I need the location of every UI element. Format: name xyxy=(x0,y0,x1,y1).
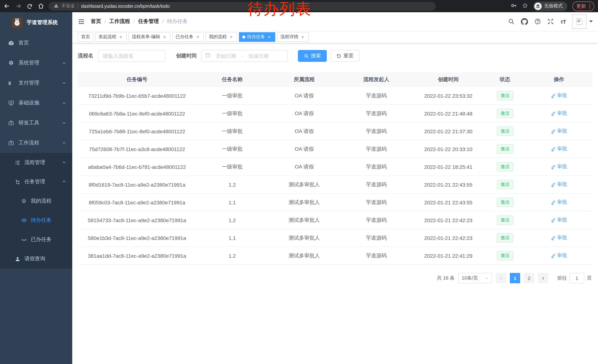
edit-pencil-icon xyxy=(551,200,556,205)
reset-button-label: 重置 xyxy=(343,53,353,59)
approve-link[interactable]: 审批 xyxy=(551,181,567,188)
cell-create-time: 2022-01-22 21:37:30 xyxy=(412,128,484,134)
reload-icon[interactable] xyxy=(27,3,33,9)
tab-start-process[interactable]: 发起流程× xyxy=(95,32,127,42)
close-icon[interactable]: × xyxy=(162,34,167,40)
approve-link[interactable]: 审批 xyxy=(551,128,567,135)
gear-icon xyxy=(8,60,14,66)
breadcrumb-task-mgmt[interactable]: 任务管理 xyxy=(138,18,159,25)
status-badge: 激活 xyxy=(497,145,513,154)
close-icon[interactable]: × xyxy=(118,34,123,40)
navbar: 首页 / 工作流程 / 任务管理 / 待办任务 ᴛT xyxy=(72,12,598,31)
sidebar-item-workflow[interactable]: 工作流程 xyxy=(0,133,72,153)
cell-task-id: 75d72608-7b7f-11ec-a3c8-acde48001122 xyxy=(78,146,196,152)
close-icon[interactable]: × xyxy=(267,34,272,40)
key-icon[interactable] xyxy=(511,2,517,10)
approve-link[interactable]: 审批 xyxy=(551,92,567,99)
cell-starter: 芋道源码 xyxy=(340,181,412,188)
cell-task-name: 1.2 xyxy=(196,217,268,223)
dashboard-icon xyxy=(8,40,14,46)
back-icon[interactable] xyxy=(4,3,10,9)
tab-todo-tasks[interactable]: 待办任务× xyxy=(239,32,275,42)
security-warning-icon[interactable] xyxy=(54,3,58,9)
sidebar-item-label: 研发工具 xyxy=(18,120,62,126)
search-icon[interactable] xyxy=(508,18,515,25)
filter-form: 流程名 创建时间 - 搜索 xyxy=(78,50,592,62)
sidebar-logo[interactable]: 芋道管理系统 xyxy=(0,12,72,33)
fullscreen-icon[interactable] xyxy=(548,18,554,25)
approve-link[interactable]: 审批 xyxy=(551,199,567,206)
github-icon[interactable] xyxy=(521,18,528,25)
search-button[interactable]: 搜索 xyxy=(298,50,327,62)
approve-link[interactable]: 审批 xyxy=(551,110,567,117)
approve-link[interactable]: 审批 xyxy=(551,146,567,152)
sidebar-item-done-tasks[interactable]: 已办任务 xyxy=(0,230,72,249)
breadcrumb-workflow[interactable]: 工作流程 xyxy=(109,18,130,25)
forward-icon[interactable] xyxy=(15,3,22,9)
sidebar-item-payment[interactable]: ¥ 支付管理 xyxy=(0,73,72,93)
sidebar-item-task-mgmt[interactable]: 任务管理 xyxy=(0,172,72,191)
process-name-input[interactable] xyxy=(98,50,166,62)
sidebar-item-home[interactable]: 首页 xyxy=(0,33,72,53)
reset-button[interactable]: 重置 xyxy=(331,50,359,62)
approve-link[interactable]: 审批 xyxy=(551,252,567,259)
sidebar-item-devtools[interactable]: 研发工具 xyxy=(0,113,72,133)
date-range-picker[interactable]: - xyxy=(201,50,288,62)
help-icon[interactable] xyxy=(534,18,541,25)
sidebar-item-label: 任务管理 xyxy=(25,178,62,185)
tab-my-process[interactable]: 我的流程× xyxy=(206,32,237,42)
table-row: 725a1eb6-7b88-11ec-8ef0-acde48001122 一级审… xyxy=(78,122,592,140)
approve-link[interactable]: 审批 xyxy=(551,235,567,241)
breadcrumb-home[interactable]: 首页 xyxy=(91,18,101,25)
sidebar-item-infra[interactable]: 基础设施 xyxy=(0,93,72,113)
page-button-2[interactable]: 2 xyxy=(524,273,534,283)
prev-page-button[interactable]: ‹ xyxy=(496,273,506,283)
start-date-input[interactable] xyxy=(213,53,239,59)
approve-link[interactable]: 审批 xyxy=(551,217,567,224)
end-date-input[interactable] xyxy=(245,53,272,59)
browser-menu-icon[interactable] xyxy=(589,4,590,8)
user-avatar[interactable] xyxy=(572,14,593,29)
sidebar: 芋道管理系统 首页 系统管理 ¥ 支付管理 基础设施 xyxy=(0,12,72,364)
close-icon[interactable]: × xyxy=(195,34,200,40)
sidebar-item-todo-tasks[interactable]: 待办任务 xyxy=(0,211,72,230)
cell-starter: 芋道源码 xyxy=(340,110,412,117)
update-button[interactable]: 更新 xyxy=(572,1,594,11)
page-button-1[interactable]: 1 xyxy=(510,273,520,283)
status-badge: 激活 xyxy=(497,180,513,189)
font-size-icon[interactable]: ᴛT xyxy=(560,18,566,25)
goto-page-input[interactable] xyxy=(569,273,584,283)
caret-down-icon xyxy=(589,20,593,23)
table-header-row: 任务编号 任务名称 所属流程 流程发起人 创建时间 状态 操作 xyxy=(78,72,592,87)
next-page-button[interactable]: › xyxy=(538,273,548,283)
sidebar-item-system[interactable]: 系统管理 xyxy=(0,53,72,73)
cell-process: 测试多审批人 xyxy=(268,235,340,241)
eye-open-icon xyxy=(21,217,27,223)
tab-form-edit[interactable]: 流程表单-编辑× xyxy=(129,32,170,42)
sidebar-fold-icon[interactable] xyxy=(78,18,85,25)
sidebar-item-leave-query[interactable]: 请假查询 xyxy=(0,249,72,268)
edit-pencil-icon xyxy=(551,147,556,152)
bookmark-star-icon[interactable] xyxy=(522,2,528,10)
page-size-select[interactable]: 10条/页 xyxy=(458,273,492,283)
approve-link[interactable]: 审批 xyxy=(551,163,567,170)
tab-process-detail[interactable]: 流程详情× xyxy=(277,32,309,42)
cell-task-name: 一级审批 xyxy=(196,128,268,135)
close-icon[interactable]: × xyxy=(300,34,305,40)
tab-home[interactable]: 首页 xyxy=(78,32,93,42)
tree-icon xyxy=(15,179,21,185)
close-icon[interactable]: × xyxy=(229,34,234,40)
sidebar-item-my-process[interactable]: 我的流程 xyxy=(0,191,72,211)
approve-link-label: 审批 xyxy=(557,128,567,135)
workflow-submenu: 流程管理 任务管理 我的流程 待办任务 已办 xyxy=(0,153,72,268)
search-button-label: 搜索 xyxy=(311,53,321,59)
table-row: 75d72608-7b7f-11ec-a3c8-acde48001122 一级审… xyxy=(78,140,592,158)
table-row: 381aa1dd-7ac8-11ec-a9e2-a2380e71991a 1.2… xyxy=(78,247,592,265)
tab-label: 首页 xyxy=(81,34,90,40)
tab-done-tasks[interactable]: 已办任务× xyxy=(172,32,204,42)
page-content: 流程名 创建时间 - 搜索 xyxy=(72,43,598,364)
page-unit-label: 页 xyxy=(587,275,592,281)
home-icon[interactable] xyxy=(38,3,44,9)
sidebar-item-process-mgmt[interactable]: 流程管理 xyxy=(0,153,72,172)
address-bar[interactable]: 不安全 dashboard.yudao.iocoder.cn/bpm/task/… xyxy=(49,2,436,11)
